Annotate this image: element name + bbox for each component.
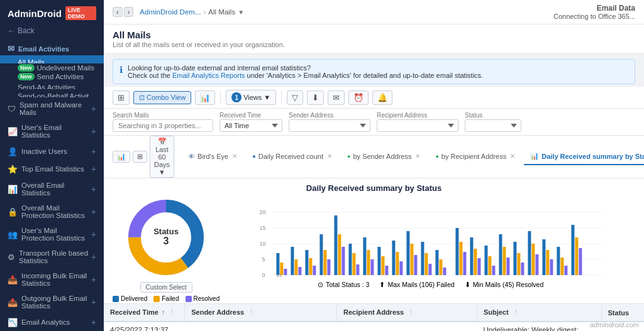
svg-rect-41 [386, 266, 389, 275]
sidebar-item-user-email-stats[interactable]: 📈User's Email Statistics + [0, 120, 104, 143]
svg-rect-56 [456, 228, 459, 275]
sidebar-item-top-email-stats[interactable]: ⭐Top Email Statistics + [0, 160, 104, 178]
sidebar-item-send-on-behalf[interactable]: Send-on-Behalf Activities [0, 89, 104, 97]
svg-rect-23 [309, 258, 313, 275]
nav-arrows: ‹ › [113, 7, 133, 17]
svg-rect-51 [436, 250, 439, 275]
info-text-3: under 'Analytics > Email Analytics' for … [247, 72, 484, 79]
sort-icon: ↑ [162, 308, 165, 316]
chart-title: Daily Received summary by Status [113, 183, 635, 193]
sidebar-item-spam-malware[interactable]: 🛡Spam and Malware Mails + [0, 97, 104, 120]
svg-rect-47 [414, 255, 418, 275]
svg-rect-50 [429, 264, 432, 275]
grid-view-button[interactable]: ⊞ [113, 90, 130, 105]
table-row[interactable]: 4/25/2022 7:13:37 AM MicrosoftExchange32… [104, 322, 644, 331]
tab-birds-eye-close[interactable]: ✕ [232, 153, 237, 160]
sidebar-item-email-analytics[interactable]: 📉Email Analytics + [0, 313, 104, 331]
sender-label: Sender Address [289, 112, 370, 119]
chart-type-button[interactable]: 📊 [195, 90, 215, 105]
resize-icon[interactable]: ⋮ [169, 308, 175, 316]
sidebar-item-send-activities[interactable]: New Send Activities [0, 72, 104, 80]
sidebar-section-email-activities[interactable]: ✉ Email Activities [0, 40, 104, 55]
email-analytics-link[interactable]: Email Analytics Reports [172, 72, 245, 79]
failed-label: Failed [162, 295, 179, 302]
search-filters: Search Mails Received Time All Time Send… [104, 109, 644, 136]
sidebar-item-transport-rule[interactable]: ⚙Transport Rule based Statistics + [0, 246, 104, 268]
chart-tabs-bar: 📊 ⊞ 📅 Last 60 Days ▼ 👁 Bird's Eye ✕ ● Da… [104, 136, 644, 178]
email-activities-label: Email Activities [18, 45, 69, 53]
toolbar-separator-2 [281, 90, 282, 104]
col-received-time[interactable]: Received Time ↑ ⋮ [104, 304, 185, 322]
svg-rect-42 [392, 241, 396, 275]
search-label: Search Mails [113, 112, 213, 119]
nav-back-button[interactable]: ‹ [113, 7, 123, 17]
mail-button[interactable]: ✉ [328, 90, 345, 105]
sidebar-item-overall-mail-protection[interactable]: 🔒Overall Mail Protection Statistics + [0, 200, 104, 223]
sidebar-item-user-mail-protection[interactable]: 👥User's Mail Protection Statistics + [0, 223, 104, 246]
sidebar-item-undelivered-mails[interactable]: New Undelivered Mails [0, 63, 104, 72]
lock-icon: 🔒 [8, 207, 18, 217]
tab-by-recipient[interactable]: ● by Recipient Address ✕ [429, 149, 521, 165]
date-range-btn[interactable]: 📅 Last 60 Days ▼ [150, 136, 174, 178]
tab-by-sender[interactable]: ● by Sender Address ✕ [341, 149, 426, 165]
legend-failed: Failed [153, 295, 179, 302]
tab-birds-eye[interactable]: 👁 Bird's Eye ✕ [182, 149, 243, 165]
sidebar-item-overall-email-stats[interactable]: 📊Overall Email Statistics + [0, 178, 104, 200]
resize-icon-2[interactable]: ⋮ [248, 308, 255, 316]
export-button[interactable]: ⬇ [307, 90, 324, 105]
sidebar-back-button[interactable]: ← Back [0, 24, 104, 40]
views-button[interactable]: 1 Views ▼ [226, 90, 276, 105]
search-input[interactable] [113, 119, 213, 132]
tab-by-recipient-close[interactable]: ✕ [510, 153, 515, 160]
svg-rect-26 [324, 250, 327, 275]
sidebar-item-send-as-activities[interactable]: Send-As Activities [0, 80, 104, 89]
alert-button[interactable]: 🔔 [372, 90, 392, 105]
tab-daily-received-summary[interactable]: 📊 Daily Received summary by Status ✕ [524, 148, 644, 165]
sidebar-item-inactive-users[interactable]: 👤Inactive Users + [0, 143, 104, 160]
custom-select-button[interactable]: Custom Select [140, 282, 192, 293]
svg-text:01: 01 [277, 273, 282, 278]
tab-by-sender-close[interactable]: ✕ [415, 153, 420, 160]
svg-text:20: 20 [260, 209, 266, 215]
col-sender-address[interactable]: Sender Address ⋮ [185, 304, 337, 322]
time-select[interactable]: All Time [219, 119, 282, 132]
breadcrumb-parent[interactable]: AdminDroid Dem... [140, 8, 201, 16]
chart-icon-btn[interactable]: 📊 [113, 151, 130, 163]
col-recipient-address[interactable]: Recipient Address ⋮ [337, 304, 477, 322]
nav-forward-button[interactable]: › [124, 7, 134, 17]
schedule-button[interactable]: ⏰ [348, 90, 369, 105]
sidebar-item-incoming-bulk[interactable]: 📥Incoming Bulk Email Statistics + [0, 268, 104, 291]
chart-inner: Status 3 Custom Select Delivered Failed [113, 197, 635, 302]
expand-icon-9: + [91, 274, 96, 285]
recipient-group: Recipient Address [377, 112, 458, 132]
resize-icon-4[interactable]: ⋮ [513, 308, 519, 316]
recipient-select[interactable] [377, 119, 458, 132]
sidebar-item-outgoing-bulk[interactable]: 📤Outgoing Bulk Email Statistics + [0, 291, 104, 313]
tab-daily-count-label: Daily Received count [258, 153, 323, 160]
col-status[interactable]: Status [601, 304, 644, 322]
sender-group: Sender Address [289, 112, 370, 132]
status-select[interactable] [465, 119, 521, 132]
cell-received: 4/25/2022 7:13:37 AM [104, 322, 185, 331]
svg-rect-68 [514, 242, 517, 275]
sender-select[interactable] [289, 119, 370, 132]
expand-icon-5: + [91, 184, 96, 194]
breadcrumb-dropdown-icon[interactable]: ▼ [238, 9, 244, 16]
svg-rect-28 [335, 215, 338, 275]
svg-rect-18 [284, 269, 287, 275]
filter-button[interactable]: ▽ [287, 90, 303, 105]
tab-daily-count-close[interactable]: ✕ [327, 153, 332, 160]
mails-table: Received Time ↑ ⋮ Sender Address ⋮ Recip… [104, 304, 644, 331]
col-subject[interactable]: Subject ⋮ [477, 304, 601, 322]
combo-view-button[interactable]: ⊡ Combo View [133, 91, 191, 104]
daily-count-icon: ● [252, 153, 255, 160]
inbox-icon: 📥 [8, 275, 18, 285]
grid-icon-btn[interactable]: ⊞ [133, 151, 147, 163]
svg-rect-74 [543, 239, 546, 275]
tab-daily-received-count[interactable]: ● Daily Received count ✕ [246, 149, 338, 165]
resize-icon-3[interactable]: ⋮ [408, 308, 414, 316]
sidebar-item-all-mails[interactable]: All Mails [0, 55, 104, 63]
svg-rect-34 [353, 253, 356, 275]
svg-rect-38 [371, 259, 374, 275]
svg-rect-61 [478, 258, 481, 275]
